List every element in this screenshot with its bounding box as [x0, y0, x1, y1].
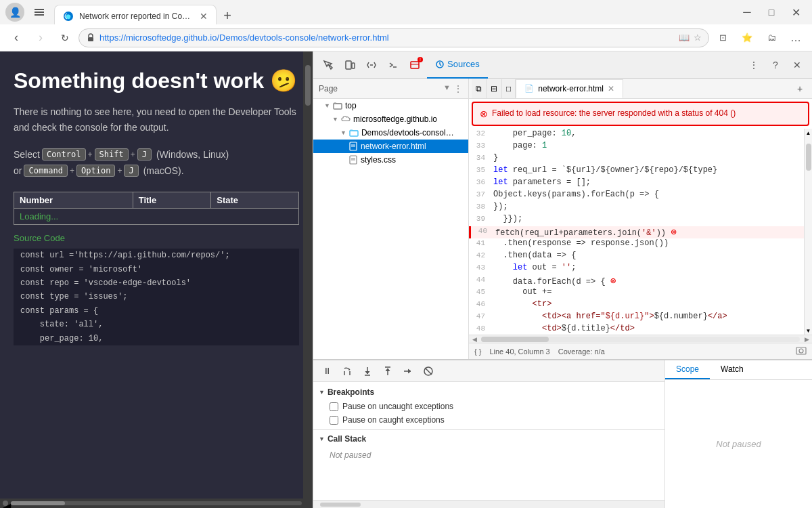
editor-h-scrollbar[interactable]: ◀ ▶ [469, 335, 812, 343]
tree-label-demos: Demos/devtools-consol… [361, 128, 454, 137]
tree-item-network-error[interactable]: network-error.html [313, 140, 468, 153]
step-over-button[interactable] [339, 363, 355, 379]
title-bar: 👤 Network error reported in Conso ✕ + ─ … [0, 0, 812, 24]
reader-view-icon[interactable]: 📖 [679, 33, 690, 43]
more-tools-button[interactable]: ⋮ [744, 56, 763, 75]
folder-open-icon [349, 128, 359, 137]
line-column: Line 40, Column 3 [489, 347, 549, 356]
option-key: Option [76, 165, 115, 177]
url-text: https://microsoftedge.github.io/Demos/de… [99, 33, 675, 43]
file-tree-more[interactable]: ⋮ [453, 83, 463, 94]
close-button[interactable]: ✕ [785, 1, 807, 23]
mac-label: (macOS). [143, 165, 184, 176]
tree-item-top[interactable]: top [313, 99, 468, 112]
left-h-scrollbar[interactable]: ◀ ▶ [0, 499, 313, 508]
inspect-element-button[interactable] [319, 56, 338, 75]
pause-button[interactable]: ⏸ [319, 363, 335, 379]
editor-status-bar: { } Line 40, Column 3 Coverage: n/a [469, 343, 812, 359]
new-tab-button[interactable]: + [217, 5, 238, 26]
code-line-2: const owner = 'microsoft' [20, 263, 292, 276]
elements-button[interactable] [362, 56, 381, 75]
step-out-button[interactable] [380, 363, 396, 379]
scroll-down-button[interactable]: ▼ [806, 328, 811, 333]
format-button[interactable]: { } [474, 347, 481, 356]
minimize-button[interactable]: ─ [736, 1, 758, 23]
svg-rect-15 [350, 131, 358, 136]
bottom-left-scrollbar[interactable] [313, 500, 664, 508]
tab-scope[interactable]: Scope [665, 360, 710, 379]
tree-label-domain: microsoftedge.github.io [353, 114, 437, 124]
close-devtools-button[interactable]: ✕ [788, 56, 807, 75]
tab-sources[interactable]: Sources [427, 51, 488, 79]
step-button[interactable] [400, 363, 416, 379]
file-tree: Page ▼ ⋮ top microsoftedg [313, 79, 469, 359]
editor-v-scrollbar[interactable]: ▲ ▼ [804, 129, 812, 335]
call-stack-header[interactable]: Call Stack [313, 429, 664, 448]
left-v-scrollbar[interactable] [303, 51, 313, 508]
split-view-button2[interactable]: ⊟ [487, 79, 502, 98]
chevron-down-icon [319, 389, 325, 396]
console-button[interactable] [384, 56, 403, 75]
shift-key: Shift [95, 148, 129, 161]
address-bar[interactable]: https://microsoftedge.github.io/Demos/de… [78, 28, 709, 47]
code-view[interactable]: 32 per_page: 10, 33 page: 1 34 } [469, 129, 804, 335]
scroll-up-button[interactable]: ▲ [806, 130, 811, 135]
screenshot-button[interactable] [796, 345, 807, 358]
pause-caught-checkbox[interactable] [330, 416, 338, 425]
code-row: 37 Object.keys(params).forEach(p => { [469, 190, 804, 202]
editor-tab-close-button[interactable]: ✕ [608, 84, 614, 93]
breakpoints-section: Breakpoints Pause on uncaught exceptions… [313, 382, 664, 429]
tab-close-button[interactable]: ✕ [200, 11, 208, 22]
scroll-thumb [806, 144, 811, 171]
editor-tab-network-error[interactable]: 📄 network-error.html ✕ [516, 79, 623, 98]
scroll-right-button[interactable]: ▶ [803, 335, 811, 343]
forward-button[interactable]: › [30, 27, 51, 49]
data-table: Number Title State Loading... [14, 192, 299, 225]
panel-view-button[interactable]: □ [502, 79, 516, 98]
help-button[interactable]: ? [766, 56, 785, 75]
back-button[interactable]: ‹ [5, 27, 27, 49]
favorites-icon[interactable]: ☆ [694, 33, 702, 43]
tree-label-network-error: network-error.html [361, 142, 426, 151]
breakpoints-header[interactable]: Breakpoints [319, 385, 659, 400]
add-tab-button[interactable]: + [790, 79, 809, 98]
scope-empty-text: Not paused [716, 439, 761, 449]
sources-console-error-button[interactable]: ! [405, 56, 424, 75]
left-h-scroll-track [11, 501, 302, 505]
file-tree-dropdown[interactable]: ▼ [443, 83, 451, 94]
tree-item-styles[interactable]: styles.css [313, 153, 468, 167]
step-into-button[interactable] [359, 363, 376, 379]
col-number: Number [14, 192, 133, 209]
deactivate-breakpoints-button[interactable] [420, 363, 436, 379]
scroll-left-button[interactable]: ◀ [470, 335, 478, 343]
collections-button[interactable]: 🗂 [761, 27, 782, 49]
refresh-button[interactable]: ↻ [54, 27, 76, 49]
page-heading: Something doesn't work 🫤 [14, 68, 299, 93]
devtools-panel: ! Sources ⋮ ? ✕ Page ▼ [313, 51, 812, 508]
code-line-7: per_page: 10, [20, 332, 292, 345]
scope-watch-panel: Scope Watch Not paused [665, 360, 812, 508]
browser-window: 👤 Network error reported in Conso ✕ + ─ … [0, 0, 812, 508]
left-h-scroll-left[interactable]: ◀ [3, 501, 8, 506]
split-tab-button[interactable]: ⊡ [712, 27, 734, 49]
left-scroll-thumb [305, 65, 311, 106]
device-mode-button[interactable] [340, 56, 359, 75]
active-tab[interactable]: Network error reported in Conso ✕ [54, 5, 217, 26]
tree-item-demos[interactable]: Demos/devtools-consol… [313, 126, 468, 140]
user-avatar[interactable]: 👤 [5, 3, 24, 22]
svg-rect-6 [352, 63, 355, 68]
settings-button[interactable]: … [785, 27, 807, 49]
pause-caught-row: Pause on caught exceptions [319, 413, 659, 427]
split-view-button[interactable]: ⧉ [472, 79, 487, 98]
pause-uncaught-checkbox[interactable] [330, 402, 338, 411]
maximize-button[interactable]: □ [761, 1, 782, 23]
sidebar-toggle-button[interactable] [30, 3, 49, 22]
svg-rect-4 [88, 37, 93, 41]
favorites-bar-button[interactable]: ⭐ [736, 27, 758, 49]
sources-icon [435, 60, 445, 69]
tab-watch[interactable]: Watch [710, 360, 754, 379]
error-circle-icon: ⊗ [480, 108, 488, 119]
bottom-panel: ⏸ [313, 359, 812, 508]
tree-item-domain[interactable]: microsoftedge.github.io [313, 112, 468, 126]
scope-tabs: Scope Watch [665, 360, 812, 380]
